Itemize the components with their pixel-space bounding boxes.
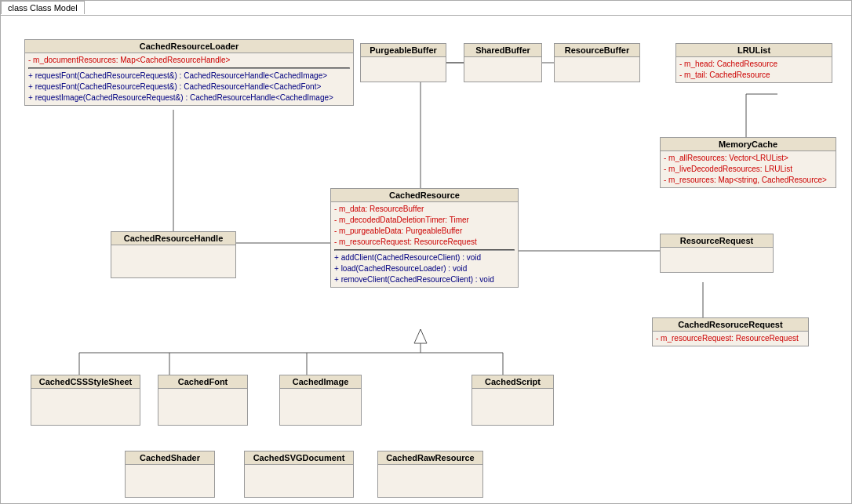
cachedresource-field-0: m_data: ResourceBuffer (334, 204, 515, 215)
diagram-area: CachedResourceLoader m_documentResources… (1, 15, 851, 503)
box-resourcebuffer: ResourceBuffer (554, 43, 640, 82)
box-cachedresource-title: CachedResource (331, 189, 518, 202)
cachedresource-field-1: m_decodedDataDeletionTimer: Timer (334, 215, 515, 226)
box-resourcebuffer-title: ResourceBuffer (555, 44, 639, 57)
box-cachedresourceloader-title: CachedResourceLoader (25, 40, 353, 53)
box-cachedresourcehandle-body (111, 245, 235, 248)
diagram-container: class Class Model (0, 0, 852, 504)
memorycache-field-0: m_allResources: Vector<LRUList> (664, 153, 832, 164)
box-sharedbuffer-body (464, 57, 541, 60)
box-lrulist-title: LRUList (676, 44, 832, 57)
box-purgeablebuffer-body (361, 57, 446, 60)
box-cachedresourcerequest-body: m_resourceRequest: ResourceRequest (653, 332, 808, 346)
box-cachedsvgdocument-body (245, 465, 353, 468)
box-cachedshader-body (126, 465, 214, 468)
box-purgeablebuffer: PurgeableBuffer (360, 43, 446, 82)
cachedresource-method-0: addClient(CachedResourceClient) : void (334, 252, 515, 263)
cachedresource-method-2: removeClient(CachedResourceClient) : voi… (334, 274, 515, 285)
box-resourcerequest-body (661, 248, 773, 251)
box-sharedbuffer-title: SharedBuffer (464, 44, 541, 57)
box-cachedresourcehandle: CachedResourceHandle (111, 231, 236, 278)
box-cachedscript-body (472, 389, 553, 392)
box-resourcebuffer-body (555, 57, 639, 60)
box-cachedrawresource-title: CachedRawResource (378, 451, 482, 465)
method-2: requestImage(CachedResourceRequest&) : C… (28, 92, 350, 103)
box-memorycache: MemoryCache m_allResources: Vector<LRULi… (660, 137, 836, 188)
box-cachedresourceloader: CachedResourceLoader m_documentResources… (24, 39, 354, 106)
box-cachedsvgdocument-title: CachedSVGDocument (245, 451, 353, 465)
cachedresource-field-2: m_purgeableData: PurgeableBuffer (334, 226, 515, 237)
box-cachedfont-body (158, 389, 247, 392)
box-lrulist: LRUList m_head: CachedResource m_tail: C… (675, 43, 832, 83)
box-memorycache-title: MemoryCache (661, 138, 836, 151)
box-cachedcssstylesheet-body (31, 389, 140, 392)
box-cachedresourceloader-body: m_documentResources: Map<CachedResourceH… (25, 53, 353, 105)
memorycache-field-2: m_resources: Map<string, CachedResource> (664, 175, 832, 186)
diagram-tab[interactable]: class Class Model (1, 1, 85, 14)
box-cachedresourcerequest-title: CachedResoruceRequest (653, 318, 808, 332)
cachedresource-field-3: m_resourceRequest: ResourceRequest (334, 237, 515, 248)
field-0: m_documentResources: Map<CachedResourceH… (28, 55, 350, 66)
cachedresourcerequest-field-0: m_resourceRequest: ResourceRequest (656, 333, 805, 344)
method-0: requestFont(CachedResourceRequest&) : Ca… (28, 71, 350, 82)
box-cachedcssstylesheet-title: CachedCSSStyleSheet (31, 375, 140, 389)
box-cachedimage-title: CachedImage (280, 375, 361, 389)
box-resourcerequest: ResourceRequest (660, 234, 774, 273)
box-cachedcssstylesheet: CachedCSSStyleSheet (31, 375, 140, 426)
lrulist-field-0: m_head: CachedResource (679, 59, 828, 70)
box-cachedscript-title: CachedScript (472, 375, 553, 389)
box-cachedfont-title: CachedFont (158, 375, 247, 389)
box-lrulist-body: m_head: CachedResource m_tail: CachedRes… (676, 57, 832, 82)
box-cachedresourcerequest: CachedResoruceRequest m_resourceRequest:… (652, 317, 809, 346)
box-memorycache-body: m_allResources: Vector<LRUList> m_liveDe… (661, 151, 836, 187)
box-cachedresourcehandle-title: CachedResourceHandle (111, 232, 235, 245)
box-cachedsvgdocument: CachedSVGDocument (244, 451, 354, 498)
box-cachedrawresource-body (378, 465, 482, 468)
box-purgeablebuffer-title: PurgeableBuffer (361, 44, 446, 57)
box-cachedresource-body: m_data: ResourceBuffer m_decodedDataDele… (331, 202, 518, 287)
box-resourcerequest-title: ResourceRequest (661, 234, 773, 248)
box-cachedrawresource: CachedRawResource (377, 451, 483, 498)
box-cachedshader-title: CachedShader (126, 451, 214, 465)
box-cachedimage-body (280, 389, 361, 392)
memorycache-field-1: m_liveDecodedResources: LRUList (664, 164, 832, 175)
box-cachedshader: CachedShader (125, 451, 215, 498)
svg-marker-16 (414, 329, 427, 343)
lrulist-field-1: m_tail: CachedResource (679, 70, 828, 81)
box-sharedbuffer: SharedBuffer (464, 43, 542, 82)
cachedresource-method-1: load(CachedResourceLoader) : void (334, 263, 515, 274)
box-cachedimage: CachedImage (279, 375, 362, 426)
method-1: requestFont(CachedResourceRequest&) : Ca… (28, 82, 350, 92)
box-cachedfont: CachedFont (158, 375, 248, 426)
box-cachedscript: CachedScript (472, 375, 554, 426)
box-cachedresource: CachedResource m_data: ResourceBuffer m_… (330, 188, 519, 288)
